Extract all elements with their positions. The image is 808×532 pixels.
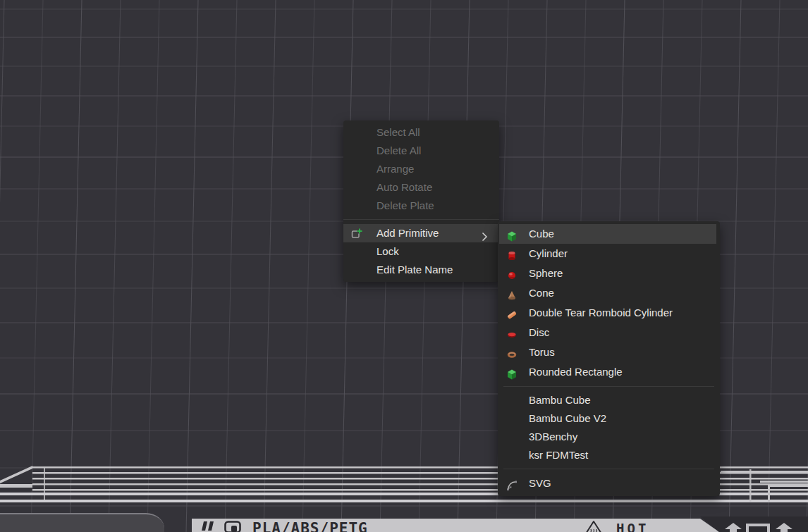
sphere-icon	[506, 268, 518, 279]
disc-icon	[506, 327, 518, 338]
cube-icon	[506, 228, 518, 240]
menu-item-delete-plate[interactable]: Delete Plate	[343, 197, 499, 215]
menu-item-label: Select All	[377, 126, 420, 138]
submenu-item-ksr-fdmtest[interactable]: ksr FDMTest	[498, 446, 720, 464]
submenu-separator	[503, 386, 714, 387]
submenu-item-cylinder[interactable]: Cylinder	[498, 244, 720, 264]
cone-icon	[506, 287, 518, 299]
menu-item-label: Lock	[377, 245, 399, 257]
plate-bracket-icon	[745, 524, 771, 532]
romboid-cylinder-icon	[506, 307, 518, 318]
add-primitive-icon	[350, 227, 363, 240]
submenu-item-label: Cone	[529, 287, 554, 299]
submenu-item-double-tear-romboid-cylinder[interactable]: Double Tear Romboid Cylinder	[498, 303, 720, 323]
submenu-item-cone[interactable]: Cone	[498, 283, 720, 303]
menu-item-select-all[interactable]: Select All	[343, 123, 499, 142]
submenu-item-label: Torus	[529, 346, 555, 358]
submenu-item-label: 3DBenchy	[529, 431, 577, 443]
menu-separator	[343, 219, 499, 220]
menu-item-label: Auto Rotate	[377, 181, 432, 193]
submenu-item-svg[interactable]: SVG	[498, 474, 720, 493]
submenu-item-label: Disc	[529, 326, 549, 338]
plate-front-bar: PLA/ABS/PETG HOT	[192, 519, 721, 532]
submenu-item-label: Double Tear Romboid Cylinder	[529, 307, 673, 318]
bambu-logo-icon	[200, 521, 219, 532]
add-primitive-submenu: Cube Cylinder	[498, 221, 720, 496]
plate-context-menu: Select All Delete All Arrange Auto Rotat…	[343, 120, 499, 282]
menu-item-edit-plate-name[interactable]: Edit Plate Name	[343, 261, 499, 279]
menu-item-label: Edit Plate Name	[377, 264, 453, 276]
arrow-up-icon	[724, 523, 742, 532]
menu-item-delete-all[interactable]: Delete All	[343, 142, 499, 160]
menu-item-label: Arrange	[377, 163, 414, 175]
menu-item-label: Delete All	[377, 144, 421, 156]
viewport-3d[interactable]: PLA/ABS/PETG HOT Select	[0, 0, 808, 532]
submenu-item-label: Cylinder	[529, 247, 568, 259]
submenu-item-label: Sphere	[529, 267, 563, 279]
rounded-rectangle-icon	[506, 366, 518, 378]
submenu-separator	[503, 469, 714, 469]
menu-item-arrange[interactable]: Arrange	[343, 160, 499, 178]
submenu-chevron-icon	[482, 229, 488, 239]
hot-warning-icon	[584, 520, 604, 532]
submenu-item-disc[interactable]: Disc	[498, 323, 720, 342]
arrow-up-icon	[775, 523, 793, 532]
menu-item-add-primitive[interactable]: Add Primitive	[343, 224, 499, 242]
submenu-item-rounded-rectangle[interactable]: Rounded Rectangle	[498, 362, 720, 382]
menu-item-auto-rotate[interactable]: Auto Rotate	[343, 178, 499, 197]
submenu-item-torus[interactable]: Torus	[498, 342, 720, 362]
submenu-item-bambu-cube[interactable]: Bambu Cube	[498, 391, 720, 409]
plate-lift-tab	[0, 513, 164, 532]
submenu-item-sphere[interactable]: Sphere	[498, 264, 720, 283]
plate-type-icon	[224, 521, 241, 532]
submenu-item-label: Rounded Rectangle	[529, 366, 623, 378]
cylinder-icon	[506, 248, 518, 259]
submenu-item-label: SVG	[529, 477, 551, 489]
submenu-item-label: Bambu Cube V2	[529, 412, 606, 424]
menu-item-label: Add Primitive	[377, 227, 439, 239]
submenu-item-label: Bambu Cube	[529, 394, 591, 406]
menu-item-label: Delete Plate	[377, 199, 434, 211]
submenu-item-3dbenchy[interactable]: 3DBenchy	[498, 428, 720, 446]
submenu-item-label: Cube	[529, 228, 554, 240]
submenu-item-cube[interactable]: Cube	[499, 224, 716, 244]
svg-bezier-icon	[506, 478, 518, 489]
menu-item-lock[interactable]: Lock	[343, 242, 499, 261]
submenu-item-label: ksr FDMTest	[529, 449, 588, 461]
submenu-item-bambu-cube-v2[interactable]: Bambu Cube V2	[498, 409, 720, 428]
torus-icon	[506, 347, 518, 358]
plate-hot-label: HOT	[616, 521, 649, 532]
plate-material-label: PLA/ABS/PETG	[252, 520, 368, 532]
